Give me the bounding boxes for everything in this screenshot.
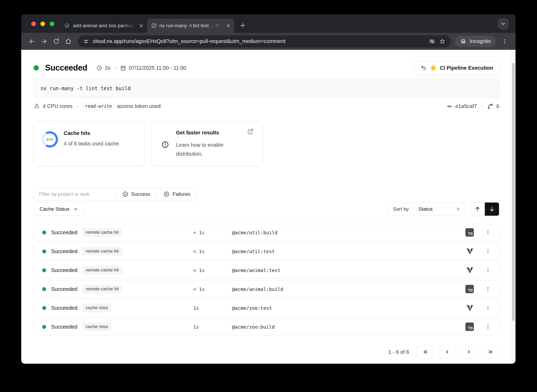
alert-circle-icon: [161, 141, 169, 149]
tab-nx-cloud-run[interactable]: nx run-many -t lint test ... fro: [147, 19, 234, 33]
task-duration: 1s: [193, 324, 199, 330]
task-name: @acme/zoo:test: [232, 305, 272, 311]
cache-hits-card: 67% Cache hits 4 of 6 tasks used cache.: [34, 121, 145, 166]
filter-input[interactable]: [34, 188, 115, 200]
run-date-range: 07/11/2025 11:00 - 11:00: [129, 65, 186, 71]
failures-filter-label: Failures: [173, 191, 190, 197]
kebab-menu-icon[interactable]: [485, 324, 491, 329]
task-status: Succeeded: [51, 267, 77, 273]
success-filter-button[interactable]: Success: [115, 188, 157, 200]
previous-page-button[interactable]: [438, 345, 456, 358]
sort-chevrons-icon: [456, 207, 460, 211]
reload-icon[interactable]: [51, 36, 62, 47]
back-icon[interactable]: [26, 36, 37, 47]
typescript-icon: TS: [465, 228, 474, 237]
close-tab-icon[interactable]: [139, 24, 143, 28]
cache-hit-percent: 67%: [42, 131, 58, 148]
table-row[interactable]: Succeeded cache miss 1s @acme/zoo:test: [34, 299, 499, 317]
cache-status-badge: remote cache hit: [82, 228, 122, 237]
maximize-window-button[interactable]: [50, 21, 54, 26]
next-page-button[interactable]: [460, 345, 477, 358]
ci-pipeline-execution-button[interactable]: CI Pipeline Execution: [414, 61, 499, 75]
commit-hash[interactable]: e1a5caf7: [455, 103, 477, 109]
run-duration: 2s: [105, 65, 110, 71]
status-dot: [42, 325, 46, 329]
close-tab-icon[interactable]: [226, 24, 230, 28]
failures-filter-button[interactable]: Failures: [157, 188, 197, 200]
faster-results-title: Get faster results: [176, 130, 219, 136]
browser-menu-icon[interactable]: [499, 36, 510, 47]
faster-results-subtitle: Learn how to enable distribution.: [176, 140, 239, 158]
last-page-button[interactable]: [482, 345, 499, 358]
external-link-icon[interactable]: [247, 128, 254, 135]
table-row[interactable]: Succeeded remote cache hit < 1s @acme/an…: [34, 280, 499, 298]
tab-title: add animal and zoo packages: [73, 23, 136, 29]
separator-dot: [481, 106, 483, 107]
pipeline-button-label: CI Pipeline Execution: [440, 65, 493, 71]
sort-ascending-button[interactable]: [470, 203, 485, 216]
task-status: Succeeded: [51, 230, 77, 236]
pipeline-status-dot: [431, 66, 435, 70]
clock-icon: [96, 65, 102, 71]
task-name: @acme/util:build: [232, 230, 277, 235]
sort-direction-toggle: [470, 202, 499, 216]
new-tab-button[interactable]: [239, 22, 246, 29]
command-box: nx run-many -t lint test build: [34, 79, 499, 98]
pr-check-favicon-icon: [64, 23, 70, 29]
pagination: 1 - 6 of 6: [34, 345, 499, 358]
branch-count[interactable]: 6: [496, 103, 499, 109]
status-dot: [42, 287, 46, 291]
filter-toolbar: Success Failures: [34, 188, 197, 200]
table-row[interactable]: Succeeded remote cache hit < 1s @acme/ut…: [34, 224, 499, 241]
cache-status-badge: remote cache hit: [82, 285, 122, 293]
kebab-menu-icon[interactable]: [485, 286, 491, 292]
minimize-window-button[interactable]: [40, 21, 45, 26]
kebab-menu-icon[interactable]: [485, 305, 491, 311]
sort-descending-button[interactable]: [485, 203, 499, 216]
bookmark-star-icon[interactable]: [439, 38, 445, 45]
get-faster-results-card[interactable]: Get faster results Learn how to enable d…: [152, 121, 263, 166]
table-row[interactable]: Succeeded remote cache hit < 1s @acme/an…: [34, 262, 499, 279]
eye-off-icon[interactable]: [429, 38, 435, 45]
typescript-icon: TS: [465, 323, 474, 331]
sort-control: Sort by Status: [388, 203, 464, 216]
close-window-button[interactable]: [31, 21, 36, 26]
sort-field-value: Status: [418, 206, 433, 212]
kebab-menu-icon[interactable]: [485, 249, 491, 254]
table-row[interactable]: Succeeded cache miss 1s @acme/zoo:build …: [34, 318, 499, 335]
url-text[interactable]: cloud.nx.app/runs/agsvEHsQc8?utm_source=…: [93, 38, 425, 44]
task-name: @acme/animal:test: [232, 268, 280, 273]
kebab-menu-icon[interactable]: [485, 268, 491, 273]
sort-field-select[interactable]: Status: [414, 203, 464, 215]
cache-status-dropdown[interactable]: Cache Status: [34, 203, 84, 216]
table-row[interactable]: Succeeded remote cache hit < 1s @acme/ut…: [34, 243, 499, 260]
task-name: @acme/zoo:build: [232, 324, 275, 330]
nx-cloud-page: Succeeded 2s 07/11/2025 11:00 - 11:00: [21, 50, 515, 364]
scrollbar-thumb[interactable]: [512, 63, 515, 321]
url-bar[interactable]: cloud.nx.app/runs/agsvEHsQc8?utm_source=…: [78, 35, 451, 47]
status-dot: [42, 306, 46, 310]
tab-github-pr[interactable]: add animal and zoo packages: [60, 19, 147, 33]
cache-status-label: Cache Status: [40, 206, 69, 212]
run-status-title: Succeeded: [45, 63, 87, 73]
cache-status-badge: remote cache hit: [82, 266, 122, 274]
commit-icon: [446, 103, 453, 110]
access-token-badge: read-write: [83, 103, 114, 110]
task-duration: 1s: [193, 305, 199, 311]
kebab-menu-icon[interactable]: [485, 230, 491, 235]
home-icon[interactable]: [63, 36, 74, 47]
task-duration: < 1s: [193, 230, 205, 235]
incognito-label: Incognito: [470, 38, 491, 44]
forward-icon[interactable]: [39, 36, 50, 47]
tab-search-button[interactable]: [498, 18, 509, 29]
cache-status-badge: remote cache hit: [82, 247, 122, 255]
site-settings-icon[interactable]: [83, 39, 89, 44]
tab-strip: add animal and zoo packages nx run-many …: [21, 14, 515, 33]
separator-dot: [115, 67, 116, 69]
task-name: @acme/util:test: [232, 249, 275, 254]
typescript-icon: TS: [465, 285, 474, 293]
first-page-button[interactable]: [417, 345, 434, 358]
sort-by-label: Sort by: [388, 203, 414, 215]
screenshot-canvas: add animal and zoo packages nx run-many …: [0, 0, 537, 392]
cpu-cores-label: 4 CPU cores: [43, 103, 72, 109]
